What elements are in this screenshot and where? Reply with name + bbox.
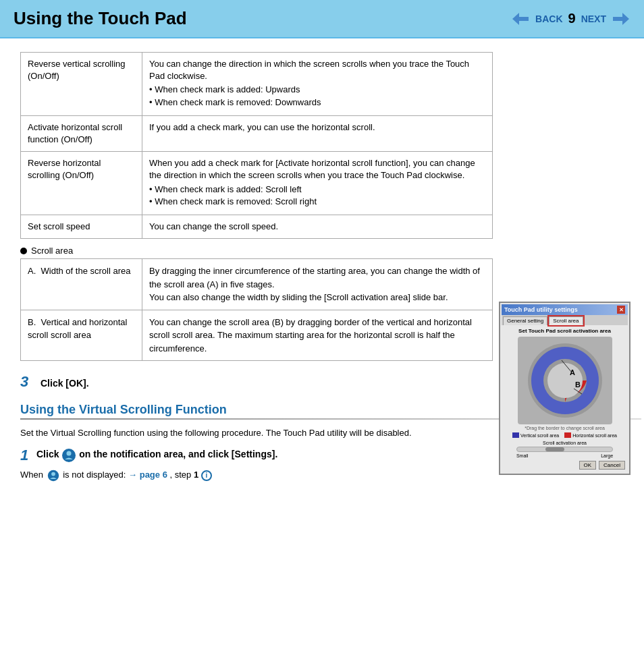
scroll-table-cell-desc: You can change the scroll area (B) by dr… [142, 310, 493, 361]
svg-text:A: A [570, 368, 575, 376]
scrollbar-section: Scroll activation area Small Large [504, 441, 625, 458]
touchpad-area-svg: A B [521, 340, 609, 421]
table-row: Reverse horizontal scrolling (On/Off) Wh… [21, 152, 493, 215]
table-cell-desc: You can change the scroll speed. [142, 215, 493, 238]
table-cell-label: Set scroll speed [21, 215, 142, 238]
step1-sub-middle: is not displayed: [63, 470, 126, 480]
touchpad-caption: *Drag the border to change scroll area [504, 426, 625, 430]
legend-vertical: Vertical scroll area [512, 432, 559, 438]
step1-sub-prefix: When [20, 470, 43, 480]
back-label[interactable]: BACK [535, 13, 562, 24]
table-row: A. Width of the scroll area By dragging … [21, 259, 493, 310]
features-table: Reverse vertical scrolling (On/Off) You … [20, 52, 493, 239]
main-content: Reverse vertical scrolling (On/Off) You … [0, 38, 644, 502]
step1-number: 1 [20, 447, 34, 464]
page-header: Using the Touch Pad BACK 9 NEXT [0, 0, 644, 38]
touchpad-legend: Vertical scroll area Horizontal scroll a… [504, 432, 625, 438]
dialog-titlebar: Touch Pad utility settings ✕ [502, 304, 628, 315]
touchpad-dialog: Touch Pad utility settings ✕ General set… [499, 302, 630, 475]
touchpad-small-icon-svg [47, 470, 59, 482]
page-title: Using the Touch Pad [14, 8, 187, 29]
next-label[interactable]: NEXT [581, 13, 606, 24]
table-cell-desc: You can change the direction in which th… [142, 53, 493, 116]
dialog-close-icon[interactable]: ✕ [617, 306, 625, 314]
dialog-tabs: General setting Scroll area [502, 315, 628, 325]
label-large: Large [601, 453, 613, 458]
step1-sub-step: 1 [194, 470, 198, 480]
scroll-area-label: Scroll area [20, 246, 624, 256]
legend-horizontal-color [564, 432, 571, 438]
dialog-title: Touch Pad utility settings [504, 306, 578, 313]
legend-horizontal-label: Horizontal scroll area [572, 433, 617, 438]
tab-general-setting[interactable]: General setting [503, 316, 547, 325]
table-row: Activate horizontal scroll function (On/… [21, 115, 493, 151]
scroll-table: A. Width of the scroll area By dragging … [20, 258, 493, 361]
legend-horizontal: Horizontal scroll area [564, 432, 617, 438]
table-row: B. Vertical and horizontal scroll scroll… [21, 310, 493, 361]
touchpad-dialog-image: Touch Pad utility settings ✕ General set… [499, 302, 630, 475]
ok-button[interactable]: OK [579, 461, 597, 470]
table-cell-label: Reverse vertical scrolling (On/Off) [21, 53, 142, 116]
bullet-icon [20, 248, 27, 254]
navigation-bar: BACK 9 NEXT [511, 11, 630, 26]
step1-suffix: on the notification area, and click [Set… [79, 449, 277, 459]
touchpad-circle-area: A B [518, 337, 612, 424]
step3-text: Click [OK]. [41, 378, 89, 389]
scrollbar-labels: Small Large [516, 453, 613, 458]
scroll-table-cell-desc: By dragging the inner circumference of t… [142, 259, 493, 310]
next-arrow-icon[interactable] [612, 11, 630, 26]
svg-rect-1 [518, 17, 529, 21]
cancel-button[interactable]: Cancel [599, 461, 625, 470]
scrollbar-track [516, 447, 613, 452]
step1-sub-suffix: , step [170, 470, 192, 480]
touchpad-notification-icon [61, 448, 76, 463]
page-number: 9 [568, 11, 576, 26]
touchpad-small-icon [46, 468, 61, 483]
scroll-table-cell-label: A. Width of the scroll area [21, 259, 142, 310]
svg-text:B: B [575, 381, 581, 389]
svg-rect-3 [613, 17, 624, 21]
tab-scroll-area[interactable]: Scroll area [549, 316, 583, 325]
step1-arrow-icon: → [128, 470, 137, 480]
dialog-buttons: OK Cancel [504, 461, 625, 470]
svg-point-15 [51, 472, 55, 476]
info-circle-icon: i [201, 470, 212, 481]
svg-point-13 [67, 451, 72, 455]
step3-number: 3 [20, 373, 34, 391]
table-cell-desc: If you add a check mark, you can use the… [142, 115, 493, 151]
scrollbar-label: Scroll activation area [504, 441, 625, 445]
area-title: Set Touch Pad scroll activation area [504, 328, 625, 334]
table-row: Set scroll speed You can change the scro… [21, 215, 493, 238]
legend-vertical-color [512, 432, 519, 438]
table-cell-label: Activate horizontal scroll function (On/… [21, 115, 142, 151]
step1-prefix: Click [36, 449, 59, 459]
table-row: Reverse vertical scrolling (On/Off) You … [21, 53, 493, 116]
label-small: Small [516, 453, 529, 458]
scroll-area-text: Scroll area [31, 246, 73, 256]
step1-desc: Click on the notification area, and clic… [36, 447, 277, 462]
dialog-body: Set Touch Pad scroll activation area [502, 325, 628, 472]
scroll-table-cell-label: B. Vertical and horizontal scroll scroll… [21, 310, 142, 361]
step1-page-link[interactable]: page 6 [140, 470, 167, 480]
table-cell-label: Reverse horizontal scrolling (On/Off) [21, 152, 142, 215]
back-arrow-icon[interactable] [511, 11, 530, 26]
table-cell-desc: When you add a check mark for [Activate … [142, 152, 493, 215]
scrollbar-thumb [545, 447, 564, 451]
legend-vertical-label: Vertical scroll area [520, 433, 559, 438]
touchpad-icon-svg [61, 448, 76, 463]
